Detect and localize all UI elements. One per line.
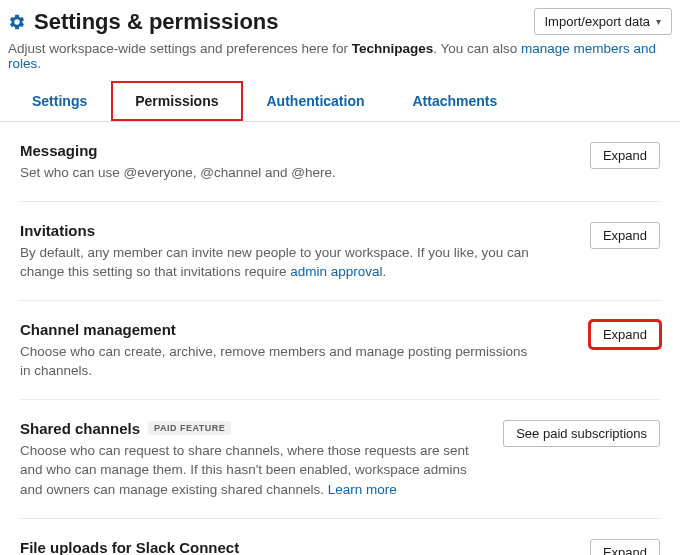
page-title: Settings & permissions <box>34 9 279 35</box>
expand-channel-management-button[interactable]: Expand <box>590 321 660 348</box>
import-export-button[interactable]: Import/export data ▾ <box>534 8 673 35</box>
see-paid-subscriptions-button[interactable]: See paid subscriptions <box>503 420 660 447</box>
section-desc-channel-management: Choose who can create, archive, remove m… <box>20 342 540 381</box>
admin-approval-link[interactable]: admin approval <box>290 264 382 279</box>
tab-attachments[interactable]: Attachments <box>389 81 522 121</box>
shared-channels-desc-pre: Choose who can request to share channels… <box>20 443 469 497</box>
section-channel-management: Channel management Choose who can create… <box>20 301 660 400</box>
section-file-uploads: File uploads for Slack Connect Choose wh… <box>20 519 660 556</box>
expand-messaging-button[interactable]: Expand <box>590 142 660 169</box>
section-heading-channel-management: Channel management <box>20 321 540 338</box>
subtitle-middle: . You can also <box>433 41 521 56</box>
header-left: Settings & permissions <box>8 9 279 35</box>
paid-feature-badge: PAID FEATURE <box>148 421 231 435</box>
section-heading-invitations: Invitations <box>20 222 540 239</box>
section-heading-messaging: Messaging <box>20 142 336 159</box>
section-messaging: Messaging Set who can use @everyone, @ch… <box>20 122 660 202</box>
section-shared-channels: Shared channels PAID FEATURE Choose who … <box>20 400 660 519</box>
expand-file-uploads-button[interactable]: Expand <box>590 539 660 556</box>
chevron-down-icon: ▾ <box>656 16 661 27</box>
shared-channels-learn-more-link[interactable]: Learn more <box>328 482 397 497</box>
workspace-name: Technipages <box>352 41 434 56</box>
tab-authentication[interactable]: Authentication <box>243 81 389 121</box>
tabs: Settings Permissions Authentication Atta… <box>0 81 680 122</box>
import-export-label: Import/export data <box>545 14 651 29</box>
section-desc-shared-channels: Choose who can request to share channels… <box>20 441 491 500</box>
section-desc-invitations: By default, any member can invite new pe… <box>20 243 540 282</box>
tab-permissions[interactable]: Permissions <box>111 81 242 121</box>
page-header: Settings & permissions Import/export dat… <box>0 0 680 39</box>
section-invitations: Invitations By default, any member can i… <box>20 202 660 301</box>
invitations-desc-post: . <box>382 264 386 279</box>
content: Messaging Set who can use @everyone, @ch… <box>0 122 680 555</box>
section-desc-messaging: Set who can use @everyone, @channel and … <box>20 163 336 183</box>
subtitle-suffix: . <box>37 56 41 71</box>
section-heading-file-uploads: File uploads for Slack Connect <box>20 539 540 556</box>
expand-invitations-button[interactable]: Expand <box>590 222 660 249</box>
tab-settings[interactable]: Settings <box>8 81 111 121</box>
gear-icon <box>8 13 26 31</box>
page-subtitle: Adjust workspace-wide settings and prefe… <box>0 39 680 81</box>
subtitle-prefix: Adjust workspace-wide settings and prefe… <box>8 41 352 56</box>
section-heading-shared-channels: Shared channels PAID FEATURE <box>20 420 491 437</box>
shared-channels-title: Shared channels <box>20 420 140 437</box>
invitations-desc-pre: By default, any member can invite new pe… <box>20 245 529 280</box>
